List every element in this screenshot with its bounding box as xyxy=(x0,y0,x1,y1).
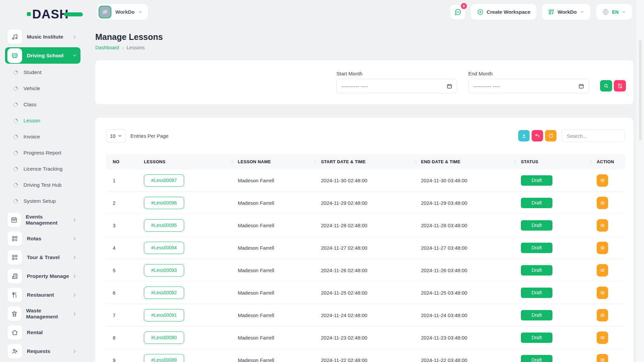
sidebar-item-waste-management[interactable]: Waste Management xyxy=(5,304,80,323)
scrollbar-thumb[interactable] xyxy=(639,40,642,141)
chevron-right-icon xyxy=(72,236,77,241)
breadcrumb-dashboard-link[interactable]: Dashboard xyxy=(95,45,119,50)
sidebar-item-requests[interactable]: Requests xyxy=(5,342,80,361)
sidebar-item-restaurant[interactable]: Restaurant xyxy=(5,286,80,304)
sidebar-item-vehicle[interactable]: Vehicle xyxy=(0,80,87,97)
sidebar-item-rental[interactable]: Rental xyxy=(5,323,80,342)
row-number: 1 xyxy=(106,169,144,192)
sidebar-item-lesson[interactable]: Lesson xyxy=(0,113,87,129)
refresh-button[interactable] xyxy=(545,130,556,141)
row-number: 7 xyxy=(106,304,144,326)
sidebar-item-music-institute[interactable]: Music Institute xyxy=(5,29,80,45)
sidebar-item-rotas[interactable]: Rotas xyxy=(5,229,80,248)
bullet-dot-icon xyxy=(12,150,18,156)
sidebar-item-class[interactable]: Class xyxy=(0,97,87,113)
view-lesson-button[interactable] xyxy=(597,264,608,277)
app-logo[interactable]: DASH xyxy=(27,7,83,21)
start-datetime: 2024-11-25 02:48:00 xyxy=(321,282,421,304)
export-button[interactable] xyxy=(518,130,530,141)
header-lesson-name[interactable]: LESSON NAME↑↓ xyxy=(238,154,321,169)
view-lesson-button[interactable] xyxy=(597,309,608,321)
calendar-icon[interactable] xyxy=(579,83,584,89)
eye-icon xyxy=(600,290,605,296)
sort-icon[interactable]: ↑↓ xyxy=(514,159,516,163)
sidebar-item-student[interactable]: Student xyxy=(0,64,87,80)
reset-filter-button[interactable] xyxy=(614,80,626,92)
end-datetime: 2024-11-26 03:48:00 xyxy=(421,259,521,282)
end-datetime: 2024-11-24 03:48:00 xyxy=(421,304,521,326)
messages-button[interactable]: 0 xyxy=(450,5,465,19)
sidebar-item-system-setup[interactable]: System Setup xyxy=(0,193,87,209)
start-month-input[interactable]: ---------- ---- xyxy=(336,79,457,94)
row-number: 9 xyxy=(106,349,144,362)
table-row: 4#Less00094Madeson Farrell2024-11-27 02:… xyxy=(106,237,625,259)
calendar-icon[interactable] xyxy=(447,83,452,89)
chevron-right-icon xyxy=(72,311,77,316)
view-lesson-button[interactable] xyxy=(597,331,608,344)
sidebar-item-invoice[interactable]: Invoice xyxy=(0,129,87,145)
undo-arrow-icon xyxy=(535,133,540,138)
messages-count-badge: 0 xyxy=(461,3,467,9)
table-row: 2#Less00096Madeson Farrell2024-11-29 02:… xyxy=(106,192,625,214)
lesson-id-link[interactable]: #Less00090 xyxy=(144,331,184,344)
download-icon xyxy=(521,133,527,138)
lesson-id-link[interactable]: #Less00089 xyxy=(144,354,184,362)
lesson-id-link[interactable]: #Less00095 xyxy=(144,219,184,232)
view-lesson-button[interactable] xyxy=(597,242,608,254)
end-month-input[interactable]: ---------- ---- xyxy=(468,79,589,94)
row-number: 4 xyxy=(106,237,144,259)
apply-filter-button[interactable] xyxy=(600,80,612,92)
eye-icon xyxy=(600,223,605,228)
row-number: 6 xyxy=(106,282,144,304)
header-end-date[interactable]: END DATE & TIME↑↓ xyxy=(421,154,521,169)
lesson-name: Madeson Farrell xyxy=(238,304,321,326)
lesson-id-link[interactable]: #Less00092 xyxy=(144,287,184,299)
sort-icon[interactable]: ↑↓ xyxy=(590,159,592,163)
sidebar-item-driving-school[interactable]: Driving School xyxy=(5,47,80,64)
lesson-id-link[interactable]: #Less00091 xyxy=(144,309,184,321)
sidebar-item-progress-report[interactable]: Progress Report xyxy=(0,145,87,161)
entries-per-page-select[interactable]: 10 xyxy=(106,129,126,142)
sort-icon[interactable]: ↑↓ xyxy=(314,159,316,163)
lessons-table-card: 10 Entries Per Page xyxy=(95,118,633,362)
header-status[interactable]: STATUS↑↓ xyxy=(521,154,597,169)
view-lesson-button[interactable] xyxy=(597,219,608,232)
create-workspace-button[interactable]: Create Workspace xyxy=(471,4,537,20)
lesson-id-link[interactable]: #Less00097 xyxy=(144,174,184,187)
sidebar-item-licence-tracking[interactable]: Licence Tracking xyxy=(0,161,87,177)
bullet-dot-icon xyxy=(12,102,18,108)
status-badge: Draft xyxy=(521,175,552,186)
header-lessons[interactable]: LESSONS↑↓ xyxy=(144,154,238,169)
bullet-dot-icon xyxy=(12,166,18,172)
view-lesson-button[interactable] xyxy=(597,287,608,299)
sort-icon[interactable]: ↑↓ xyxy=(231,159,233,163)
sidebar-item-events-management[interactable]: Events Management xyxy=(5,210,80,229)
view-lesson-button[interactable] xyxy=(597,197,608,209)
chevron-right-icon xyxy=(72,35,77,40)
lesson-id-link[interactable]: #Less00093 xyxy=(144,264,184,277)
entries-per-page-value: 10 xyxy=(110,133,116,139)
undo-button[interactable] xyxy=(532,130,543,141)
workspace-switcher[interactable]: WorkDo xyxy=(97,4,148,20)
language-selector[interactable]: EN xyxy=(596,4,632,20)
lesson-id-link[interactable]: #Less00094 xyxy=(144,242,184,254)
lesson-id-link[interactable]: #Less00096 xyxy=(144,197,184,209)
workspace-icon xyxy=(99,6,111,18)
header-start-date[interactable]: START DATE & TIME↑↓ xyxy=(321,154,421,169)
breadcrumb-current: Lessons xyxy=(126,45,145,50)
sidebar-item-tour-travel[interactable]: Tour & Travel xyxy=(5,248,80,267)
search-input[interactable] xyxy=(561,129,625,142)
lesson-name: Madeson Farrell xyxy=(238,214,321,237)
sidebar-item-property-manage[interactable]: Property Manage xyxy=(5,267,80,286)
view-lesson-button[interactable] xyxy=(597,174,608,187)
header-no: NO xyxy=(106,154,144,169)
chevron-down-icon xyxy=(580,10,584,14)
chevron-down-icon xyxy=(72,53,77,58)
view-lesson-button[interactable] xyxy=(597,354,608,362)
sidebar: Music InstituteDriving SchoolStudentVehi… xyxy=(0,29,87,361)
sidebar-item-driving-test-hub[interactable]: Driving Test Hub xyxy=(0,177,87,193)
status-badge: Draft xyxy=(521,355,552,362)
sort-icon[interactable]: ↑↓ xyxy=(414,159,416,163)
app-menu-dropdown[interactable]: WorkDo xyxy=(542,4,590,20)
lesson-name: Madeson Farrell xyxy=(238,192,321,214)
